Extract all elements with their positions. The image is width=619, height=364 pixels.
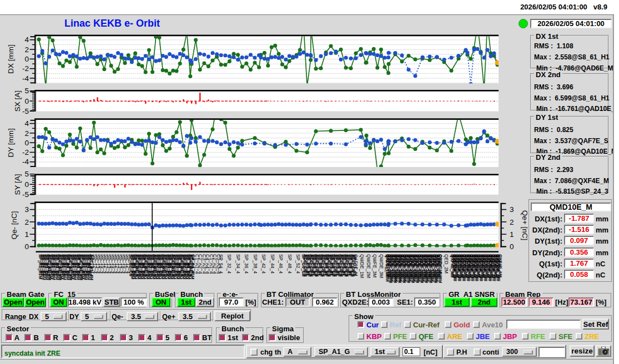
svg-text:0: 0 — [24, 97, 29, 105]
svg-text:4: 4 — [24, 36, 29, 44]
svg-text:-2: -2 — [22, 148, 29, 156]
svg-text:QAF1E_M: QAF1E_M — [353, 254, 359, 276]
svg-text:0: 0 — [24, 139, 29, 147]
svg-text:1: 1 — [24, 230, 29, 239]
svg-text:5: 5 — [24, 87, 29, 95]
svg-text:-4: -4 — [22, 74, 29, 83]
svg-text:0: 0 — [24, 242, 29, 251]
svg-text:Qe+ [nC]: Qe+ [nC] — [521, 210, 527, 240]
svg-text:-5: -5 — [22, 107, 29, 115]
svg-text:QXF4E_M8: QXF4E_M8 — [498, 255, 503, 278]
svg-text:0: 0 — [24, 180, 29, 189]
svg-text:Qe- [nC]: Qe- [nC] — [10, 211, 18, 239]
svg-text:QWDE_3M: QWDE_3M — [379, 254, 384, 278]
svg-text:4: 4 — [24, 119, 29, 128]
svg-text:QED_2M: QED_2M — [444, 254, 449, 274]
svg-text:SP_32_4: SP_32_4 — [227, 254, 232, 274]
svg-text:SP_34_4: SP_34_4 — [235, 254, 241, 274]
svg-text:2: 2 — [24, 129, 29, 138]
svg-text:SX [A]: SX [A] — [13, 90, 22, 112]
svg-text:2: 2 — [510, 218, 514, 226]
svg-text:-5: -5 — [22, 190, 29, 199]
svg-text:SP_42_4: SP_42_4 — [261, 254, 266, 274]
svg-text:0: 0 — [510, 242, 514, 251]
svg-text:DX [mm]: DX [mm] — [7, 44, 15, 74]
svg-text:SP_44_4: SP_44_4 — [270, 254, 275, 274]
svg-text:SP_38_4: SP_38_4 — [253, 254, 258, 274]
svg-text:0: 0 — [24, 55, 29, 63]
svg-text:2: 2 — [24, 218, 29, 226]
svg-text:QWDE_2M: QWDE_2M — [366, 254, 371, 278]
svg-text:-2: -2 — [22, 64, 29, 73]
svg-text:SP_46_4: SP_46_4 — [278, 254, 284, 274]
svg-text:3: 3 — [24, 205, 29, 214]
svg-text:5: 5 — [24, 170, 29, 178]
svg-text:SY [A]: SY [A] — [13, 174, 22, 195]
svg-text:-4: -4 — [22, 158, 29, 166]
svg-text:QWFE_3M: QWFE_3M — [372, 254, 378, 277]
svg-text:QWDE_1M: QWDE_1M — [359, 254, 365, 278]
svg-text:DY [mm]: DY [mm] — [7, 128, 15, 157]
svg-text:SP_54_4: SP_54_4 — [218, 254, 224, 274]
svg-text:SP_36_4: SP_36_4 — [244, 254, 249, 274]
svg-text:3: 3 — [510, 205, 514, 214]
svg-text:SP_52_4: SP_52_4 — [295, 254, 301, 274]
svg-text:2: 2 — [24, 46, 29, 54]
svg-text:SP_48_4: SP_48_4 — [287, 254, 293, 274]
svg-text:1: 1 — [510, 230, 514, 239]
svg-text:QED_1M: QED_1M — [437, 254, 443, 274]
